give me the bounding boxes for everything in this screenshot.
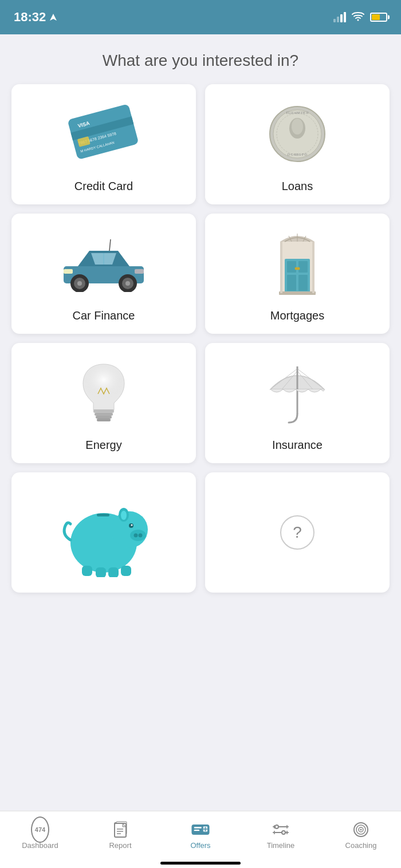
svg-rect-42 — [96, 416, 112, 419]
main-content: What are you interested in? VISA 7867 56… — [0, 34, 401, 811]
svg-rect-24 — [135, 269, 144, 274]
offers-icon — [191, 820, 210, 839]
question-icon: ? — [280, 515, 314, 550]
svg-text:ELIZABETH II: ELIZABETH II — [286, 111, 309, 115]
insurance-card[interactable]: Insurance — [205, 343, 390, 463]
svg-point-57 — [139, 533, 143, 537]
energy-card[interactable]: Energy — [11, 343, 196, 463]
mortgages-image — [214, 225, 381, 301]
svg-marker-0 — [50, 14, 57, 21]
svg-rect-43 — [97, 419, 111, 421]
credit-card-label: Credit Card — [74, 180, 133, 193]
svg-rect-32 — [298, 261, 308, 273]
svg-point-19 — [77, 281, 82, 286]
svg-rect-38 — [280, 242, 282, 293]
svg-point-1 — [357, 19, 359, 21]
loans-label: Loans — [282, 180, 313, 193]
coaching-label: Coaching — [345, 841, 377, 850]
car-finance-card[interactable]: Car Finance — [11, 214, 196, 334]
svg-point-22 — [125, 281, 130, 286]
svg-point-85 — [275, 825, 278, 828]
svg-text:D·G·REG·F·D: D·G·REG·F·D — [288, 153, 308, 156]
signal-icon — [333, 12, 346, 22]
mortgages-label: Mortgages — [270, 309, 325, 322]
nav-dashboard[interactable]: 474 Dashboard — [0, 811, 80, 859]
svg-point-36 — [297, 267, 300, 270]
nav-offers[interactable]: Offers — [160, 811, 241, 859]
svg-line-25 — [109, 239, 111, 251]
svg-point-56 — [134, 533, 138, 537]
svg-rect-31 — [287, 261, 296, 273]
svg-rect-78 — [194, 827, 202, 828]
offers-label: Offers — [190, 841, 210, 850]
car-svg — [58, 235, 150, 292]
energy-label: Energy — [85, 439, 121, 452]
report-icon — [111, 820, 129, 839]
svg-point-54 — [111, 511, 148, 548]
dashboard-icon: 474 — [31, 820, 49, 839]
loans-image: D·G·REG·F·D ELIZABETH II — [214, 96, 381, 172]
mortgages-card[interactable]: Mortgages — [205, 214, 390, 334]
svg-point-59 — [131, 524, 133, 526]
svg-rect-41 — [95, 413, 113, 416]
dashboard-badge: 474 — [31, 816, 49, 843]
umbrella-svg — [260, 360, 335, 425]
svg-point-86 — [282, 831, 285, 834]
timeline-label: Timeline — [267, 841, 295, 850]
svg-rect-33 — [287, 275, 296, 291]
nav-coaching[interactable]: Coaching — [321, 811, 401, 859]
car-finance-label: Car Finance — [73, 309, 135, 322]
wifi-icon — [352, 11, 364, 23]
location-icon — [49, 13, 57, 21]
insurance-image — [214, 354, 381, 431]
dashboard-label: Dashboard — [22, 841, 58, 850]
svg-rect-37 — [279, 291, 316, 295]
status-time: 18:32 — [14, 10, 57, 25]
coin-svg: D·G·REG·F·D ELIZABETH II — [260, 102, 335, 165]
interest-grid: VISA 7867 5678 2364 5978 M HARDY CALLAHA… — [11, 84, 390, 593]
svg-rect-23 — [64, 269, 73, 274]
status-icons — [333, 11, 387, 23]
svg-point-61 — [121, 511, 127, 520]
page-title: What are you interested in? — [11, 52, 390, 70]
piggy-svg — [58, 488, 150, 577]
svg-rect-34 — [298, 275, 308, 291]
insurance-label: Insurance — [272, 439, 323, 452]
svg-rect-62 — [97, 514, 109, 516]
nav-report[interactable]: Report — [80, 811, 160, 859]
bottom-nav: 474 Dashboard Report — [0, 811, 401, 868]
home-indicator — [160, 862, 241, 865]
car-finance-image — [20, 225, 187, 301]
timeline-icon — [272, 820, 290, 839]
savings-image — [20, 484, 187, 581]
loans-card[interactable]: D·G·REG·F·D ELIZABETH II Loans — [205, 84, 390, 204]
credit-card-svg: VISA 7867 5678 2364 5978 M HARDY CALLAHA… — [61, 102, 147, 165]
svg-rect-39 — [312, 242, 314, 293]
bulb-svg — [69, 360, 138, 425]
report-label: Report — [109, 841, 131, 850]
energy-image — [20, 354, 187, 431]
coaching-icon — [352, 820, 370, 839]
unknown-card[interactable]: ? — [205, 472, 390, 593]
credit-card-image: VISA 7867 5678 2364 5978 M HARDY CALLAHA… — [20, 96, 187, 172]
svg-point-12 — [292, 119, 303, 135]
svg-point-94 — [360, 829, 362, 831]
svg-rect-65 — [108, 567, 119, 577]
savings-card[interactable] — [11, 472, 196, 593]
svg-point-55 — [130, 530, 146, 541]
svg-rect-66 — [121, 566, 131, 576]
nav-timeline[interactable]: Timeline — [241, 811, 321, 859]
door-svg — [263, 230, 332, 296]
status-bar: 18:32 — [0, 0, 401, 34]
svg-rect-64 — [96, 567, 106, 577]
svg-rect-79 — [194, 830, 199, 831]
svg-rect-63 — [82, 566, 92, 576]
credit-card-card[interactable]: VISA 7867 5678 2364 5978 M HARDY CALLAHA… — [11, 84, 196, 204]
battery-icon — [370, 13, 387, 22]
